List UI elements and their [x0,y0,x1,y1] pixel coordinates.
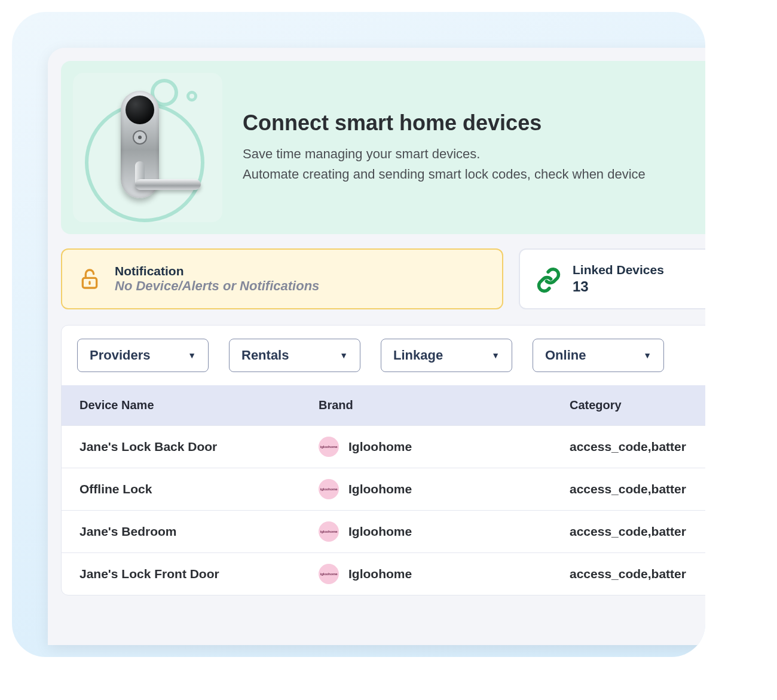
hero-subtitle-line2: Automate creating and sending smart lock… [243,164,646,185]
device-name-cell: Jane's Bedroom [79,524,319,539]
hero-subtitle-line1: Save time managing your smart devices. [243,144,646,164]
linkage-dropdown[interactable]: Linkage ▼ [381,339,512,372]
page-background: Connect smart home devices Save time man… [12,12,705,657]
online-dropdown[interactable]: Online ▼ [533,339,664,372]
col-header-category[interactable]: Category [570,398,705,412]
linked-devices-label: Linked Devices [573,263,664,277]
notification-message: No Device/Alerts or Notifications [115,278,319,294]
brand-cell: igloohomeIgloohome [319,479,570,499]
notification-card[interactable]: Notification No Device/Alerts or Notific… [61,248,503,309]
brand-cell: igloohomeIgloohome [319,564,570,584]
category-cell: access_code,batter [570,482,705,496]
app-window: Connect smart home devices Save time man… [48,48,705,645]
rentals-label: Rentals [241,348,289,363]
chevron-down-icon: ▼ [188,351,196,360]
table-row[interactable]: Offline LockigloohomeIgloohomeaccess_cod… [62,468,705,510]
category-cell: access_code,batter [570,524,705,539]
brand-cell: igloohomeIgloohome [319,521,570,542]
col-header-device[interactable]: Device Name [79,398,319,412]
brand-name: Igloohome [348,440,412,454]
chevron-down-icon: ▼ [643,351,651,360]
brand-name: Igloohome [348,524,412,539]
category-cell: access_code,batter [570,440,705,454]
brand-name: Igloohome [348,567,412,581]
table-body: Jane's Lock Back DoorigloohomeIgloohomea… [62,425,705,595]
unlock-icon [78,267,102,291]
device-name-cell: Jane's Lock Front Door [79,567,319,581]
online-label: Online [545,348,586,363]
table-row[interactable]: Jane's BedroomigloohomeIgloohomeaccess_c… [62,510,705,552]
col-header-brand[interactable]: Brand [319,398,570,412]
brand-logo-icon: igloohome [319,564,339,584]
brand-name: Igloohome [348,482,412,496]
table-row[interactable]: Jane's Lock Back DoorigloohomeIgloohomea… [62,425,705,468]
providers-label: Providers [90,348,151,363]
hero-banner: Connect smart home devices Save time man… [61,61,705,234]
providers-dropdown[interactable]: Providers ▼ [77,339,209,372]
hero-title: Connect smart home devices [243,110,646,136]
linked-devices-card[interactable]: Linked Devices 13 [519,248,705,309]
category-cell: access_code,batter [570,567,705,581]
chevron-down-icon: ▼ [491,351,500,360]
table-row[interactable]: Jane's Lock Front DoorigloohomeIgloohome… [62,552,705,595]
hero-illustration [73,73,222,222]
linked-devices-count: 13 [573,278,664,295]
device-name-cell: Offline Lock [79,482,319,496]
brand-logo-icon: igloohome [319,479,339,499]
rentals-dropdown[interactable]: Rentals ▼ [229,339,360,372]
devices-table-panel: Providers ▼ Rentals ▼ Linkage ▼ Online ▼… [61,325,705,595]
hero-text: Connect smart home devices Save time man… [243,110,646,185]
notification-title: Notification [115,264,319,278]
link-icon [536,267,559,291]
brand-logo-icon: igloohome [319,521,339,542]
stats-row: Notification No Device/Alerts or Notific… [61,248,705,309]
smart-lock-icon [121,91,159,198]
filter-bar: Providers ▼ Rentals ▼ Linkage ▼ Online ▼ [62,326,705,385]
brand-logo-icon: igloohome [319,437,339,457]
chevron-down-icon: ▼ [339,351,348,360]
table-header-row: Device Name Brand Category [62,385,705,425]
brand-cell: igloohomeIgloohome [319,437,570,457]
device-name-cell: Jane's Lock Back Door [79,440,319,454]
linkage-label: Linkage [393,348,443,363]
